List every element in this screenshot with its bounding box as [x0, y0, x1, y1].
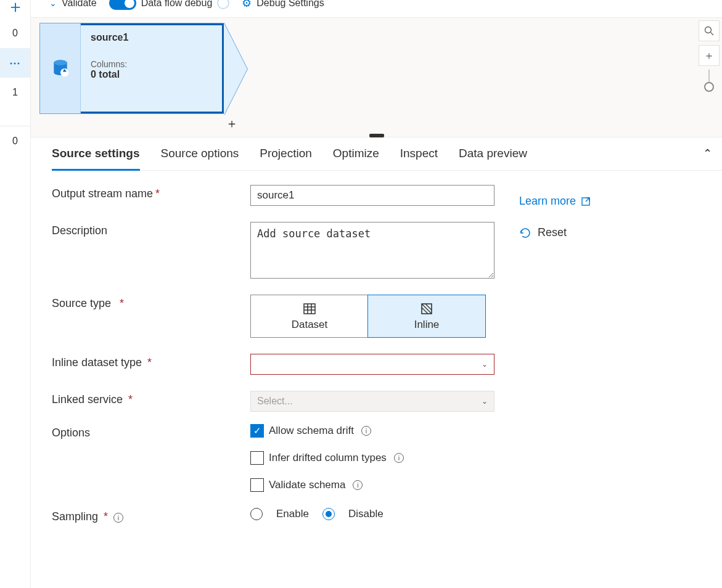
- source-type-dataset[interactable]: Dataset: [251, 295, 368, 337]
- learn-more-link[interactable]: Learn more: [519, 195, 591, 208]
- infer-drifted-types-label: Infer drifted column types: [269, 452, 387, 464]
- external-link-icon: [581, 197, 591, 206]
- tab-optimize[interactable]: Optimize: [333, 147, 379, 164]
- svg-point-3: [705, 27, 712, 33]
- debug-settings-button[interactable]: ⚙ Debug Settings: [242, 0, 324, 10]
- validate-schema-label: Validate schema: [269, 479, 345, 491]
- add-branch-icon[interactable]: ＋: [226, 115, 238, 132]
- sampling-label: Sampling * i: [52, 508, 250, 523]
- rail-counter-sel[interactable]: ⋯: [0, 48, 30, 78]
- validate-button[interactable]: ⌄ Validate: [49, 0, 97, 9]
- toggle-on-icon: [109, 0, 136, 10]
- info-icon[interactable]: i: [353, 480, 363, 490]
- linked-service-select[interactable]: Select... ⌄: [250, 391, 494, 412]
- allow-schema-drift-checkbox[interactable]: ✓: [250, 424, 264, 438]
- source-node-title: source1: [91, 32, 128, 43]
- dataflow-canvas[interactable]: source1 Columns: 0 total ＋ ＋: [31, 17, 722, 137]
- ellipsis-icon: ⋯: [9, 56, 22, 70]
- settings-icon: ⚙: [242, 0, 252, 10]
- tab-inspect[interactable]: Inspect: [400, 147, 438, 164]
- table-icon: [302, 301, 317, 316]
- description-input[interactable]: [250, 222, 494, 279]
- rail-counter-2[interactable]: 0: [0, 126, 30, 155]
- collapse-panel-icon[interactable]: ⌃: [703, 147, 712, 160]
- validate-label: Validate: [62, 0, 97, 9]
- top-toolbar: ⌄ Validate Data flow debug ⚙ Debug Setti…: [43, 0, 722, 12]
- infer-drifted-types-checkbox[interactable]: [250, 451, 264, 465]
- source-node-cols-label: Columns:: [91, 59, 128, 69]
- validate-schema-checkbox[interactable]: [250, 478, 264, 492]
- spinner-icon: [217, 0, 229, 9]
- svg-rect-5: [304, 304, 315, 314]
- zoom-slider[interactable]: [708, 70, 710, 87]
- source-settings-panel: Output stream name* Description Source t…: [52, 185, 716, 539]
- search-icon: [704, 26, 714, 36]
- svg-line-13: [425, 304, 432, 310]
- allow-schema-drift-label: Allow schema drift: [269, 425, 354, 437]
- info-icon[interactable]: i: [394, 453, 404, 463]
- source-type-label: Source type *: [52, 295, 250, 310]
- source-node-cols-val: 0 total: [91, 69, 128, 80]
- svg-line-15: [586, 198, 589, 202]
- output-stream-name-input[interactable]: [250, 185, 494, 206]
- description-label: Description: [52, 222, 250, 237]
- left-rail: ＋ 0 ⋯ 1 0: [0, 0, 31, 588]
- sampling-enable-label: Enable: [276, 508, 309, 520]
- rail-counter-1[interactable]: 1: [0, 78, 30, 107]
- settings-tabs: Source settings Source options Projectio…: [52, 147, 722, 171]
- tab-projection[interactable]: Projection: [260, 147, 312, 164]
- zoom-slider-knob[interactable]: [704, 82, 714, 92]
- reset-button[interactable]: Reset: [519, 226, 591, 239]
- rail-spacer: [0, 107, 30, 126]
- svg-line-12: [422, 308, 428, 314]
- inline-icon: [419, 301, 434, 316]
- source-type-inline[interactable]: Inline: [367, 295, 486, 338]
- reset-icon: [519, 227, 531, 239]
- add-icon[interactable]: ＋: [7, 0, 24, 18]
- svg-line-4: [711, 33, 714, 36]
- linked-service-label: Linked service *: [52, 391, 250, 406]
- sampling-enable-radio[interactable]: [250, 508, 263, 520]
- canvas-search-button[interactable]: [699, 20, 720, 41]
- source-node[interactable]: source1 Columns: 0 total: [39, 23, 224, 114]
- sampling-disable-label: Disable: [348, 508, 384, 520]
- tab-source-options[interactable]: Source options: [161, 147, 239, 164]
- source-node-icon-col: [40, 23, 81, 113]
- chevron-down-icon: ⌄: [49, 0, 57, 8]
- debug-settings-label: Debug Settings: [256, 0, 324, 9]
- debug-label: Data flow debug: [141, 0, 213, 9]
- output-stream-name-label: Output stream name*: [52, 185, 250, 200]
- database-icon: [51, 59, 70, 78]
- rail-counter-0[interactable]: 0: [0, 18, 30, 48]
- debug-toggle[interactable]: Data flow debug: [109, 0, 230, 10]
- sampling-disable-radio[interactable]: [322, 508, 335, 520]
- svg-point-1: [54, 60, 67, 65]
- panel-resize-handle[interactable]: [369, 134, 384, 137]
- info-icon[interactable]: i: [361, 426, 371, 436]
- options-label: Options: [52, 424, 250, 439]
- tab-source-settings[interactable]: Source settings: [52, 147, 140, 171]
- chevron-down-icon: ⌄: [482, 360, 488, 369]
- inline-dataset-type-select[interactable]: ⌄: [250, 354, 494, 375]
- info-icon[interactable]: i: [113, 513, 123, 523]
- inline-dataset-type-label: Inline dataset type *: [52, 354, 250, 369]
- chevron-down-icon: ⌄: [482, 397, 488, 406]
- canvas-zoom-in-button[interactable]: ＋: [699, 45, 720, 66]
- tab-data-preview[interactable]: Data preview: [459, 147, 527, 164]
- source-type-segmented: Dataset Inline: [250, 295, 486, 338]
